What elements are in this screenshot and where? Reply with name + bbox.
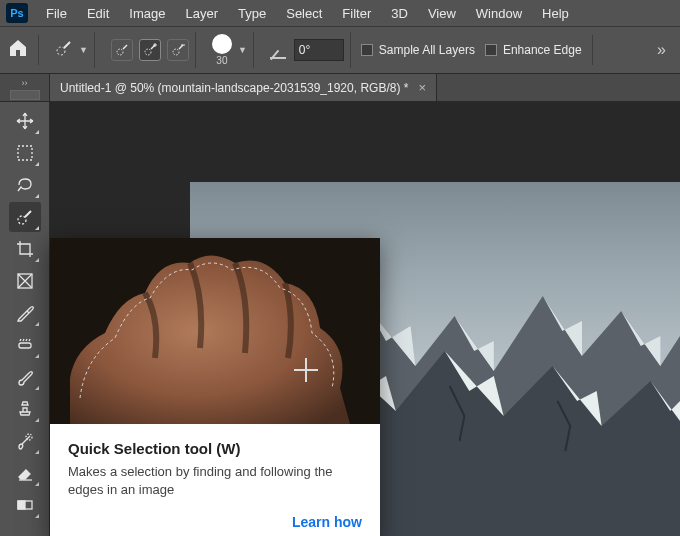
tooltip-description: Makes a selection by finding and followi… [68, 463, 362, 499]
brush-preview-icon [212, 34, 232, 54]
selection-mode-group [105, 32, 196, 68]
menu-3d[interactable]: 3D [383, 3, 416, 24]
crop-tool[interactable] [9, 234, 41, 264]
menu-image[interactable]: Image [121, 3, 173, 24]
tool-panel [0, 102, 50, 536]
enhance-edge-checkbox[interactable] [485, 44, 497, 56]
options-bar: ▼ 30 ▼ Sample All Layers Enhance Edge » [0, 26, 680, 74]
svg-point-0 [57, 47, 65, 55]
document-tab[interactable]: Untitled-1 @ 50% (mountain-landscape-203… [50, 74, 437, 101]
angle-input[interactable] [294, 39, 344, 61]
eyedropper-tool[interactable] [9, 298, 41, 328]
chevron-down-icon: ▼ [238, 45, 247, 55]
menu-edit[interactable]: Edit [79, 3, 117, 24]
close-icon[interactable]: × [418, 80, 426, 95]
svg-rect-7 [19, 343, 31, 348]
sample-all-layers-checkbox[interactable] [361, 44, 373, 56]
menu-view[interactable]: View [420, 3, 464, 24]
ps-logo-icon: Ps [6, 3, 28, 23]
tooltip-body: Quick Selection tool (W) Makes a selecti… [50, 424, 380, 513]
learn-how-link[interactable]: Learn how [292, 514, 362, 530]
menu-file[interactable]: File [38, 3, 75, 24]
svg-rect-4 [18, 146, 32, 160]
subtract-selection-button[interactable] [167, 39, 189, 61]
document-tab-bar: ›› Untitled-1 @ 50% (mountain-landscape-… [0, 74, 680, 102]
document-tab-label: Untitled-1 @ 50% (mountain-landscape-203… [60, 81, 408, 95]
home-icon[interactable] [8, 39, 28, 62]
menu-filter[interactable]: Filter [334, 3, 379, 24]
tool-preset-picker[interactable]: ▼ [49, 32, 95, 68]
brush-picker[interactable]: 30 ▼ [206, 32, 254, 68]
lasso-tool[interactable] [9, 170, 41, 200]
svg-point-1 [117, 49, 123, 55]
clone-stamp-tool[interactable] [9, 394, 41, 424]
svg-point-3 [173, 49, 179, 55]
quick-select-tool[interactable] [9, 202, 41, 232]
new-selection-button[interactable] [111, 39, 133, 61]
menu-type[interactable]: Type [230, 3, 274, 24]
gradient-tool[interactable] [9, 490, 41, 520]
brush-preset-icon [55, 39, 73, 61]
svg-point-2 [145, 49, 151, 55]
history-brush-tool[interactable] [9, 426, 41, 456]
menu-layer[interactable]: Layer [178, 3, 227, 24]
eraser-tool[interactable] [9, 458, 41, 488]
panel-dock-toggle[interactable]: ›› [0, 74, 50, 101]
brush-tool[interactable] [9, 362, 41, 392]
crosshair-cursor-icon [294, 358, 318, 382]
tooltip-title: Quick Selection tool (W) [68, 440, 362, 457]
svg-rect-10 [18, 501, 25, 509]
menu-window[interactable]: Window [468, 3, 530, 24]
frame-tool[interactable] [9, 266, 41, 296]
menu-help[interactable]: Help [534, 3, 577, 24]
menubar: Ps File Edit Image Layer Type Select Fil… [0, 0, 680, 26]
add-selection-button[interactable] [139, 39, 161, 61]
angle-icon [270, 41, 288, 59]
brush-size-label: 30 [216, 55, 227, 66]
healing-brush-tool[interactable] [9, 330, 41, 360]
angle-group [264, 32, 351, 68]
menu-select[interactable]: Select [278, 3, 330, 24]
svg-point-5 [18, 216, 26, 224]
tool-tooltip: Quick Selection tool (W) Makes a selecti… [50, 238, 380, 536]
tooltip-preview-image [50, 238, 380, 424]
enhance-edge-label: Enhance Edge [503, 43, 582, 57]
move-tool[interactable] [9, 106, 41, 136]
separator [38, 35, 39, 65]
separator [592, 35, 593, 65]
panel-menu-icon[interactable]: » [651, 41, 672, 59]
sample-all-layers-label: Sample All Layers [379, 43, 475, 57]
marquee-tool[interactable] [9, 138, 41, 168]
chevron-down-icon: ▼ [79, 45, 88, 55]
